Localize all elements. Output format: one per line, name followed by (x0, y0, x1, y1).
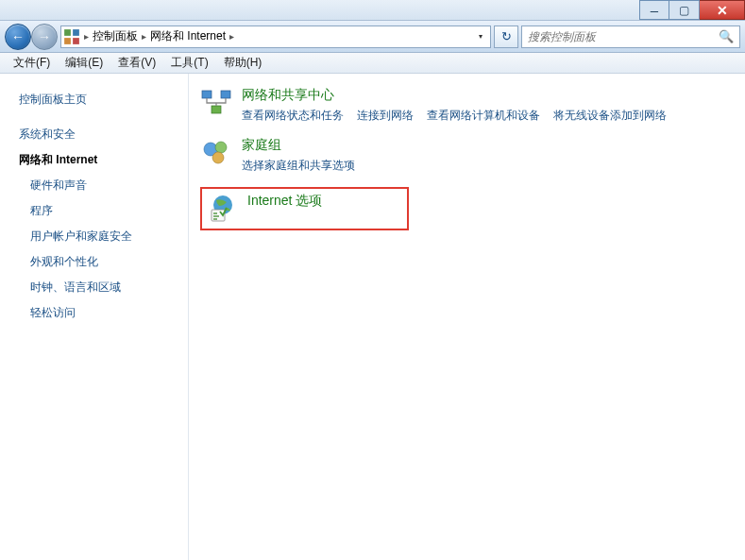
breadcrumb-separator[interactable]: ▸ (229, 31, 234, 42)
back-button[interactable]: ← (5, 24, 31, 50)
forward-button[interactable]: → (31, 24, 58, 50)
svg-rect-4 (202, 91, 212, 98)
internet-options-icon (206, 193, 238, 225)
body-wrap: 控制面板主页 系统和安全 网络和 Internet 硬件和声音 程序 用户帐户和… (0, 74, 745, 560)
minimize-button[interactable]: – (639, 0, 669, 20)
search-icon[interactable]: 🔍 (719, 29, 734, 43)
breadcrumb-item[interactable]: 控制面板 (93, 28, 138, 44)
menu-bar: 文件(F) 编辑(E) 查看(V) 工具(T) 帮助(H) (0, 53, 745, 74)
category-links: 选择家庭组和共享选项 (242, 157, 734, 174)
svg-rect-2 (64, 38, 71, 44)
menu-help[interactable]: 帮助(H) (216, 52, 270, 74)
network-sharing-icon (200, 87, 232, 119)
category-internet-options: Internet 选项 (200, 187, 409, 230)
search-input[interactable] (528, 30, 715, 43)
address-bar[interactable]: ▸ 控制面板 ▸ 网络和 Internet ▸ ▾ (60, 25, 491, 48)
window-titlebar: – ▢ ✕ (0, 0, 745, 21)
category-title[interactable]: Internet 选项 (247, 193, 322, 210)
svg-point-8 (215, 142, 227, 153)
svg-rect-5 (221, 91, 230, 98)
menu-view[interactable]: 查看(V) (110, 52, 163, 74)
sidebar: 控制面板主页 系统和安全 网络和 Internet 硬件和声音 程序 用户帐户和… (0, 74, 189, 560)
breadcrumb-item[interactable]: 网络和 Internet (150, 28, 226, 44)
link-choose-homegroup[interactable]: 选择家庭组和共享选项 (242, 157, 355, 174)
menu-edit[interactable]: 编辑(E) (58, 52, 110, 74)
close-button[interactable]: ✕ (700, 0, 745, 20)
sidebar-item-network-internet[interactable]: 网络和 Internet (19, 147, 188, 173)
content-pane: 网络和共享中心 查看网络状态和任务 连接到网络 查看网络计算机和设备 将无线设备… (189, 74, 745, 560)
control-panel-icon (63, 28, 80, 45)
category-homegroup: 家庭组 选择家庭组和共享选项 (200, 137, 734, 174)
sidebar-item-programs[interactable]: 程序 (19, 198, 188, 224)
search-bar[interactable]: 🔍 (521, 25, 740, 48)
maximize-button[interactable]: ▢ (669, 0, 700, 20)
homegroup-icon (200, 137, 232, 169)
address-dropdown[interactable]: ▾ (473, 26, 488, 47)
svg-rect-1 (73, 29, 79, 36)
category-links: 查看网络状态和任务 连接到网络 查看网络计算机和设备 将无线设备添加到网络 (242, 107, 734, 124)
sidebar-item-clock-language[interactable]: 时钟、语言和区域 (19, 275, 188, 300)
link-view-network-status[interactable]: 查看网络状态和任务 (242, 107, 344, 124)
nav-buttons: ← → (5, 24, 58, 50)
breadcrumb-separator[interactable]: ▸ (142, 31, 146, 42)
svg-point-9 (212, 152, 224, 163)
sidebar-item-home[interactable]: 控制面板主页 (19, 87, 188, 112)
sidebar-item-appearance[interactable]: 外观和个性化 (19, 249, 188, 275)
category-body: Internet 选项 (247, 193, 322, 212)
link-add-wireless-device[interactable]: 将无线设备添加到网络 (553, 107, 667, 124)
svg-rect-3 (73, 38, 79, 44)
sidebar-item-system-security[interactable]: 系统和安全 (19, 122, 188, 147)
category-title[interactable]: 家庭组 (242, 137, 734, 154)
category-network-sharing: 网络和共享中心 查看网络状态和任务 连接到网络 查看网络计算机和设备 将无线设备… (200, 87, 734, 124)
category-title[interactable]: 网络和共享中心 (242, 87, 734, 104)
refresh-button[interactable]: ↻ (494, 25, 518, 48)
svg-rect-0 (64, 29, 71, 36)
link-connect-to-network[interactable]: 连接到网络 (357, 107, 414, 124)
link-view-computers-devices[interactable]: 查看网络计算机和设备 (427, 107, 540, 124)
category-body: 网络和共享中心 查看网络状态和任务 连接到网络 查看网络计算机和设备 将无线设备… (242, 87, 734, 124)
svg-rect-6 (212, 106, 221, 113)
menu-file[interactable]: 文件(F) (6, 52, 58, 74)
breadcrumb-separator[interactable]: ▸ (84, 31, 89, 42)
category-body: 家庭组 选择家庭组和共享选项 (242, 137, 734, 174)
sidebar-item-hardware-sound[interactable]: 硬件和声音 (19, 173, 188, 198)
sidebar-item-ease-of-access[interactable]: 轻松访问 (19, 300, 188, 326)
menu-tools[interactable]: 工具(T) (163, 52, 215, 74)
address-navbar: ← → ▸ 控制面板 ▸ 网络和 Internet ▸ ▾ ↻ 🔍 (0, 21, 745, 53)
sidebar-item-user-accounts[interactable]: 用户帐户和家庭安全 (19, 224, 188, 249)
